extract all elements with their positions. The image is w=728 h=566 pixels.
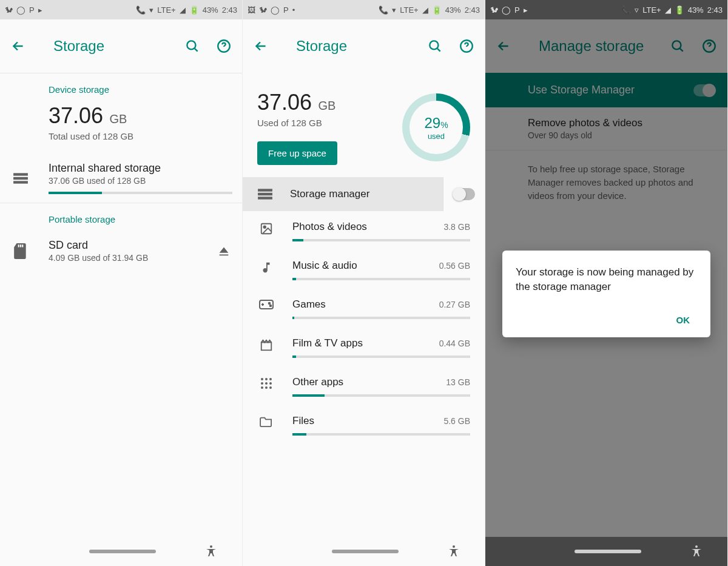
status-bar: 🖼 🐿 ◯ P • 📞 ▾ LTE+ ◢ 🔋 43% 2:43 <box>243 0 485 19</box>
category-size: 13 GB <box>446 377 470 387</box>
search-icon[interactable] <box>426 38 443 55</box>
status-app-icon: ▸ <box>524 5 528 15</box>
storage-icon <box>10 172 32 184</box>
used-value: 37.06 <box>49 103 103 129</box>
status-app-icon: 🐿 <box>490 5 498 15</box>
pct-symbol: % <box>440 120 448 130</box>
lte-indicator: LTE+ <box>157 5 175 15</box>
svg-rect-5 <box>18 244 19 247</box>
category-size: 3.8 GB <box>443 222 470 232</box>
svg-rect-7 <box>22 244 23 247</box>
svg-point-17 <box>269 303 271 305</box>
wifi-icon: ▾ <box>149 5 153 15</box>
battery-icon: 🔋 <box>432 5 442 15</box>
signal-icon: ◢ <box>665 5 671 15</box>
battery-pct: 43% <box>203 5 218 15</box>
status-app-icon: P <box>283 5 289 15</box>
film-icon <box>257 337 275 352</box>
help-icon[interactable] <box>215 38 232 55</box>
battery-icon: 🔋 <box>675 5 684 15</box>
accessibility-icon[interactable] <box>204 544 218 559</box>
svg-rect-14 <box>261 224 272 234</box>
phone-icon: 📞 <box>621 5 631 15</box>
category-name: Photos & videos <box>292 221 367 233</box>
app-bar: Storage <box>243 19 485 73</box>
category-row[interactable]: Games0.27 GB <box>243 289 485 328</box>
search-icon[interactable] <box>184 38 201 55</box>
eject-icon[interactable] <box>215 243 232 260</box>
phone-icon: 📞 <box>136 5 146 15</box>
used-value: 37.06 <box>257 90 312 115</box>
storage-icon <box>257 188 273 200</box>
wifi-icon: ▾ <box>392 5 396 15</box>
storage-manager-toggle[interactable] <box>453 188 475 200</box>
status-app-icon: ▸ <box>38 5 42 15</box>
portable-storage-header: Portable storage <box>0 203 242 231</box>
category-progress <box>292 239 470 241</box>
svg-point-29 <box>453 545 455 548</box>
svg-rect-6 <box>20 244 21 247</box>
device-storage-header: Device storage <box>0 73 242 101</box>
nav-bar <box>243 537 485 566</box>
category-row[interactable]: Other apps13 GB <box>243 366 485 405</box>
nav-bar <box>485 537 727 566</box>
pct-label: used <box>428 132 445 141</box>
svg-point-21 <box>265 378 268 380</box>
category-size: 0.27 GB <box>439 300 470 309</box>
screen-storage-details: 🖼 🐿 ◯ P • 📞 ▾ LTE+ ◢ 🔋 43% 2:43 Storage <box>243 0 485 566</box>
svg-rect-3 <box>13 177 28 179</box>
svg-point-28 <box>269 386 272 389</box>
back-icon[interactable] <box>252 38 269 55</box>
help-icon[interactable] <box>458 38 475 55</box>
nav-home-pill[interactable] <box>332 550 399 553</box>
storage-summary: 37.06 GB Used of 128 GB Free up space 29… <box>243 73 485 177</box>
category-row[interactable]: Photos & videos3.8 GB <box>243 211 485 250</box>
category-row[interactable]: Music & audio0.56 GB <box>243 250 485 289</box>
accessibility-icon[interactable] <box>689 544 704 559</box>
battery-pct: 43% <box>445 5 461 15</box>
page-title: Storage <box>41 38 169 55</box>
svg-rect-2 <box>13 173 28 175</box>
internal-storage-item[interactable]: Internal shared storage 37.06 GB used of… <box>0 153 242 203</box>
category-progress <box>292 394 470 397</box>
back-icon[interactable] <box>10 38 27 55</box>
svg-point-18 <box>270 305 272 307</box>
used-subtext: Total used of 128 GB <box>49 131 232 141</box>
sd-card-item[interactable]: SD card 4.09 GB used of 31.94 GB <box>0 231 242 271</box>
category-progress <box>292 278 470 280</box>
category-name: Games <box>292 298 326 311</box>
status-app-icon: P <box>29 5 35 15</box>
svg-rect-13 <box>258 197 272 199</box>
music-icon <box>257 260 275 274</box>
internal-progress <box>49 192 232 194</box>
category-row[interactable]: Files5.6 GB <box>243 405 485 444</box>
storage-manager-item[interactable]: Storage manager <box>243 177 485 211</box>
svg-point-0 <box>187 41 195 49</box>
category-row[interactable]: Film & TV apps0.44 GB <box>243 328 485 366</box>
category-progress <box>292 317 470 319</box>
usage-donut-chart: 29% used <box>402 93 470 161</box>
svg-point-24 <box>265 382 268 385</box>
category-progress <box>292 355 470 358</box>
free-up-space-button[interactable]: Free up space <box>257 141 337 165</box>
svg-point-32 <box>695 545 698 548</box>
accessibility-icon[interactable] <box>447 544 461 559</box>
status-app-icon: • <box>292 5 295 15</box>
lte-indicator: LTE+ <box>400 5 418 15</box>
svg-point-8 <box>210 545 212 548</box>
clock: 2:43 <box>707 5 723 15</box>
category-name: Files <box>292 415 314 427</box>
folder-icon <box>257 415 275 427</box>
image-icon <box>257 221 275 235</box>
nav-home-pill[interactable] <box>575 550 641 553</box>
category-size: 0.44 GB <box>439 339 470 348</box>
svg-point-25 <box>269 382 272 385</box>
category-progress <box>292 433 470 436</box>
nav-home-pill[interactable] <box>89 550 156 553</box>
category-size: 5.6 GB <box>443 416 470 426</box>
used-subtext: Used of 128 GB <box>257 118 402 128</box>
category-name: Film & TV apps <box>292 337 363 349</box>
dialog-ok-button[interactable]: OK <box>669 309 698 331</box>
clock: 2:43 <box>465 5 480 15</box>
status-bar: 🐿 ◯ P ▸ 📞 ▾ LTE+ ◢ 🔋 43% 2:43 <box>0 0 242 19</box>
